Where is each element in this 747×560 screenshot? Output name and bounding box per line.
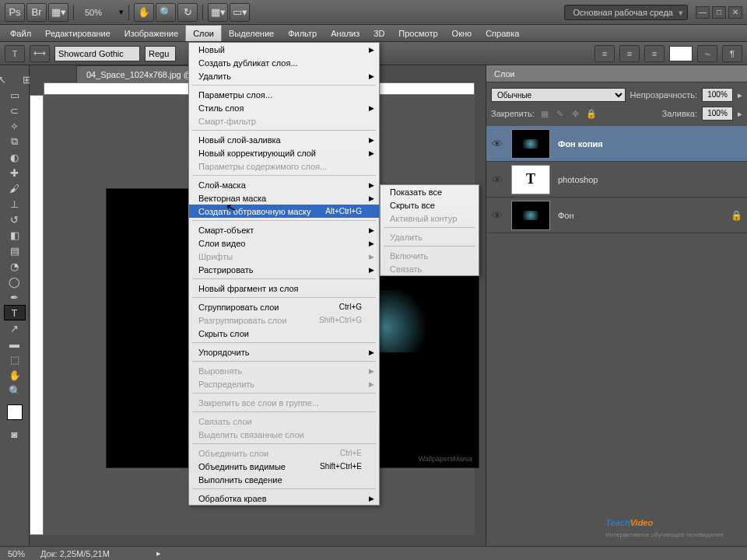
menu-filter[interactable]: Фильтр: [281, 25, 324, 41]
eraser-tool-icon[interactable]: ◧: [4, 227, 26, 243]
align-center-icon[interactable]: ≡: [619, 45, 640, 62]
menu-image[interactable]: Изображение: [117, 25, 185, 41]
bridge-icon[interactable]: Br: [26, 3, 47, 22]
lock-position-icon[interactable]: ✥: [570, 108, 581, 119]
view-mode-icon[interactable]: ▦▾: [48, 3, 68, 22]
ps-logo-icon[interactable]: Ps: [5, 3, 25, 22]
menu-item[interactable]: Новый фрагмент из слоя: [189, 282, 379, 295]
status-arrow-icon[interactable]: ▸: [156, 548, 161, 558]
layer-thumbnail[interactable]: [511, 201, 550, 230]
character-panel-icon[interactable]: ¶: [722, 45, 742, 62]
lasso-tool-icon[interactable]: ⊂: [4, 103, 26, 118]
menu-layers[interactable]: Слои: [185, 25, 222, 41]
layer-row[interactable]: 👁 Фон 🔒: [486, 198, 747, 233]
menu-item[interactable]: Скрыть слои: [189, 327, 379, 340]
minimize-button[interactable]: —: [696, 6, 710, 19]
menu-analysis[interactable]: Анализ: [324, 25, 366, 41]
menu-item[interactable]: Создать обтравочную маскуAlt+Ctrl+G: [189, 205, 379, 218]
stamp-tool-icon[interactable]: ⊥: [4, 196, 26, 212]
path-select-icon[interactable]: ↗: [4, 320, 26, 336]
eyedropper-tool-icon[interactable]: ◐: [4, 149, 26, 165]
pen-tool-icon[interactable]: ✒: [4, 289, 26, 305]
visibility-icon[interactable]: 👁: [491, 173, 503, 186]
lock-paint-icon[interactable]: ✎: [555, 108, 566, 119]
text-orientation-icon[interactable]: ⟷: [30, 45, 50, 62]
history-brush-icon[interactable]: ↺: [4, 212, 26, 227]
menu-3d[interactable]: 3D: [366, 25, 391, 41]
hand-tool2-icon[interactable]: ✋: [4, 367, 26, 383]
fill-slider-icon[interactable]: ▸: [738, 109, 742, 119]
menu-item[interactable]: Обработка краев▶: [189, 492, 379, 505]
menu-item[interactable]: Растрировать▶: [189, 263, 379, 276]
menu-select[interactable]: Выделение: [222, 25, 281, 41]
layer-row[interactable]: 👁 Фон копия: [486, 126, 747, 162]
healing-tool-icon[interactable]: ✚: [4, 165, 26, 180]
visibility-icon[interactable]: 👁: [491, 138, 503, 150]
layers-panel-tab[interactable]: Слои: [486, 65, 747, 82]
font-family-select[interactable]: Showcard Gothic: [54, 46, 140, 61]
menu-edit[interactable]: Редактирование: [38, 25, 117, 41]
layer-row[interactable]: 👁 T photoshop: [486, 162, 747, 198]
menu-window[interactable]: Окно: [445, 25, 479, 41]
move-tool-icon[interactable]: ↖: [0, 72, 13, 87]
menu-item[interactable]: Сгруппировать слоиCtrl+G: [189, 300, 379, 313]
submenu-item[interactable]: Скрыть все: [381, 198, 479, 212]
opacity-slider-icon[interactable]: ▸: [738, 90, 742, 100]
fill-value[interactable]: 100%: [702, 107, 733, 121]
rotate-view-icon[interactable]: ↻: [177, 3, 198, 22]
text-tool-icon[interactable]: T: [4, 305, 26, 320]
zoom-tool2-icon[interactable]: 🔍: [4, 383, 26, 398]
gradient-tool-icon[interactable]: ▤: [4, 243, 26, 258]
quickmask-icon[interactable]: ◙: [4, 426, 26, 442]
arrange-docs-icon[interactable]: ▦▾: [208, 3, 228, 22]
layer-name[interactable]: photoshop: [558, 175, 598, 184]
crop-tool-icon[interactable]: ⧉: [4, 134, 26, 149]
workspace-switcher[interactable]: Основная рабочая среда: [564, 5, 688, 20]
menu-view[interactable]: Просмотр: [391, 25, 444, 41]
screen-mode-icon[interactable]: ▭▾: [230, 3, 250, 22]
menu-item[interactable]: Новый слой-заливка▶: [189, 133, 379, 146]
layer-thumbnail[interactable]: [511, 129, 550, 159]
menu-item[interactable]: Выполнить сведение: [189, 473, 379, 486]
menu-item[interactable]: Новый▶: [189, 43, 379, 56]
align-right-icon[interactable]: ≡: [644, 45, 665, 62]
opacity-value[interactable]: 100%: [702, 88, 733, 102]
layer-name[interactable]: Фон: [558, 211, 574, 220]
shape-tool-icon[interactable]: ▬: [4, 336, 26, 352]
hand-tool-icon[interactable]: ✋: [134, 3, 154, 22]
color-swatch-icon[interactable]: [7, 404, 23, 420]
zoom-tool-icon[interactable]: 🔍: [156, 3, 176, 22]
text-color-swatch[interactable]: [669, 46, 693, 61]
menu-item[interactable]: Упорядочить▶: [189, 345, 379, 359]
menu-item[interactable]: Создать дубликат слоя...: [189, 56, 379, 69]
visibility-icon[interactable]: 👁: [491, 209, 503, 222]
layer-name[interactable]: Фон копия: [558, 139, 603, 149]
wand-tool-icon[interactable]: ✧: [4, 118, 26, 134]
menu-item[interactable]: Параметры слоя...: [189, 88, 379, 101]
3d-tool-icon[interactable]: ⬚: [4, 352, 26, 367]
align-left-icon[interactable]: ≡: [594, 45, 615, 62]
menu-item[interactable]: Стиль слоя▶: [189, 101, 379, 114]
close-button[interactable]: ✕: [728, 6, 742, 19]
menu-item[interactable]: Смарт-объект▶: [189, 223, 379, 236]
dodge-tool-icon[interactable]: ◯: [4, 274, 26, 289]
zoom-display[interactable]: 50%: [79, 8, 117, 17]
menu-file[interactable]: Файл: [3, 25, 38, 41]
menu-item[interactable]: Слои видео▶: [189, 236, 379, 250]
tool-preset-icon[interactable]: T: [5, 45, 25, 62]
maximize-button[interactable]: □: [712, 6, 726, 19]
font-style-select[interactable]: Regu: [145, 46, 176, 61]
blur-tool-icon[interactable]: ◔: [4, 258, 26, 274]
warp-text-icon[interactable]: ⏦: [697, 45, 717, 62]
menu-item[interactable]: Удалить▶: [189, 69, 379, 82]
submenu-item[interactable]: Показать все: [381, 185, 479, 198]
menu-item[interactable]: Слой-маска▶: [189, 178, 379, 191]
menu-item[interactable]: Новый корректирующий слой▶: [189, 146, 379, 159]
marquee-tool-icon[interactable]: ▭: [4, 87, 26, 103]
lock-all-icon[interactable]: 🔒: [586, 108, 597, 119]
status-zoom[interactable]: 50%: [8, 549, 25, 558]
menu-help[interactable]: Справка: [479, 25, 526, 41]
menu-item[interactable]: Векторная маска▶: [189, 191, 379, 205]
menu-item[interactable]: Объединить видимыеShift+Ctrl+E: [189, 460, 379, 473]
layer-thumbnail[interactable]: T: [511, 165, 550, 194]
